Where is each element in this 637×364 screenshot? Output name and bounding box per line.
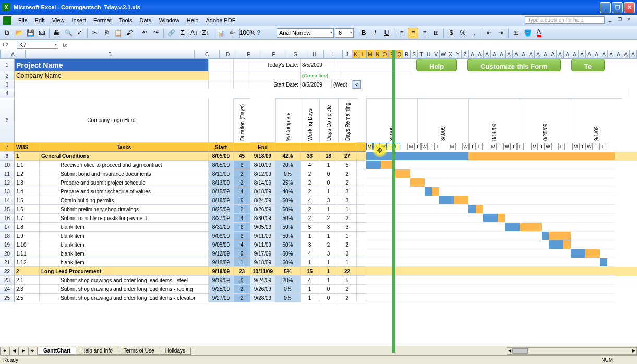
formula-bar[interactable] — [71, 41, 637, 49]
cell-days-remaining[interactable]: 2 — [338, 285, 357, 294]
menu-adobe-pdf[interactable]: Adobe PDF — [202, 16, 239, 25]
day-letter[interactable]: W — [503, 143, 510, 150]
cell-duration[interactable]: 23 — [234, 267, 250, 276]
cell-task[interactable]: blank item — [40, 240, 209, 249]
cell-days-complete[interactable]: 1 — [319, 258, 338, 267]
cell-duration[interactable]: 2 — [234, 178, 250, 187]
cell-days-complete[interactable]: 1 — [319, 276, 338, 285]
cell-pct[interactable]: 25% — [275, 178, 301, 187]
cell-days-complete[interactable]: 1 — [319, 205, 338, 214]
cell-task[interactable]: General Conditions — [40, 152, 209, 161]
col-header-post-18[interactable]: A — [535, 50, 542, 58]
template-button[interactable]: Te — [571, 59, 605, 71]
row-header-12[interactable]: 12 — [0, 178, 15, 187]
day-letter[interactable]: T — [510, 143, 517, 150]
close-button[interactable]: ✕ — [624, 2, 635, 13]
col-header-post-4[interactable]: V — [432, 50, 440, 58]
day-letter[interactable]: T — [414, 143, 421, 150]
cell-pct[interactable]: 20% — [275, 161, 301, 169]
start-date-value[interactable]: 8/5/2009 — [301, 80, 332, 89]
menu-window[interactable]: Window — [155, 16, 183, 25]
col-header-J[interactable]: J — [343, 50, 352, 58]
col-header-O[interactable]: O — [381, 50, 389, 58]
cell-days-remaining[interactable]: 22 — [338, 267, 357, 276]
align-center-icon[interactable]: ≡ — [408, 28, 418, 38]
cell-wbs[interactable]: 1.1 — [15, 161, 40, 169]
col-header-post-15[interactable]: A — [513, 50, 520, 58]
cell-end[interactable]: 8/26/09 — [250, 205, 275, 214]
col-header-post-16[interactable]: A — [520, 50, 527, 58]
cell-days-complete[interactable]: 0 — [319, 294, 338, 302]
cell-wbs[interactable]: 1.6 — [15, 205, 40, 214]
col-header-post-9[interactable]: A — [469, 50, 476, 58]
minimize-button[interactable]: _ — [600, 2, 611, 13]
cell-days-remaining[interactable]: 27 — [338, 152, 357, 161]
row-header-18[interactable]: 18 — [0, 232, 15, 240]
header-pct-complete[interactable]: % Complete — [275, 98, 301, 143]
cell-working-days[interactable]: 4 — [301, 161, 319, 169]
col-header-post-8[interactable]: Z — [462, 50, 469, 58]
cell-days-complete[interactable]: 0 — [319, 178, 338, 187]
day-letter[interactable]: W — [462, 143, 469, 150]
paste-icon[interactable]: 📋 — [113, 28, 123, 38]
cell-wbs[interactable]: 1.5 — [15, 196, 40, 205]
cell-end[interactable]: 8/30/09 — [250, 214, 275, 223]
cell-working-days[interactable]: 2 — [301, 169, 319, 178]
cell-task[interactable]: Submit bond and insurance documents — [40, 169, 209, 178]
cell-start[interactable]: 9/25/09 — [209, 285, 234, 294]
cell-duration[interactable]: 4 — [234, 187, 250, 196]
sheet-tab-holidays[interactable]: Holidays — [160, 347, 191, 355]
col-header-Q[interactable]: Q — [396, 50, 403, 58]
cell-days-remaining[interactable]: 1 — [338, 232, 357, 240]
col-header-post-3[interactable]: U — [425, 50, 432, 58]
cell-end[interactable]: 9/17/09 — [250, 249, 275, 258]
chart-icon[interactable]: 📊 — [215, 28, 226, 38]
project-name-cell[interactable]: Project Name — [15, 59, 209, 71]
cell-task[interactable]: Long Lead Procurement — [40, 267, 209, 276]
cell-start[interactable]: 8/11/09 — [209, 169, 234, 178]
header-end[interactable]: End — [250, 143, 275, 152]
cell-wbs[interactable]: 1.2 — [15, 169, 40, 178]
col-header-post-5[interactable]: W — [440, 50, 447, 58]
cell-start[interactable]: 8/15/09 — [209, 187, 234, 196]
green-line-label[interactable]: (Green line) — [301, 71, 342, 80]
menu-format[interactable]: Format — [90, 16, 115, 25]
day-letter[interactable]: M — [490, 143, 497, 150]
underline-icon[interactable]: U — [381, 28, 392, 38]
cell-wbs[interactable]: 1 — [15, 152, 40, 161]
merge-icon[interactable]: ⊞ — [431, 28, 441, 38]
row-header-16[interactable]: 16 — [0, 214, 15, 223]
start-dow[interactable]: (Wed) — [332, 80, 353, 89]
cell-wbs[interactable]: 1.9 — [15, 232, 40, 240]
cell-end[interactable]: 9/26/09 — [250, 285, 275, 294]
menu-edit[interactable]: Edit — [31, 16, 49, 25]
cell-end[interactable]: 8/12/09 — [250, 169, 275, 178]
cell-task[interactable]: Submit monthly requests for payment — [40, 214, 209, 223]
menu-tools[interactable]: Tools — [115, 16, 136, 25]
cell-wbs[interactable]: 2.1 — [15, 276, 40, 285]
increase-indent-icon[interactable]: ⇥ — [496, 28, 506, 38]
decrease-indent-icon[interactable]: ⇤ — [484, 28, 495, 38]
cell-duration[interactable]: 6 — [234, 249, 250, 258]
sheet-tab-terms-of-use[interactable]: Terms of Use — [118, 347, 160, 355]
tab-first-button[interactable]: ⏮ — [0, 347, 9, 355]
cell-start[interactable]: 8/13/09 — [209, 178, 234, 187]
cell-start[interactable]: 8/27/09 — [209, 214, 234, 223]
row-header-14[interactable]: 14 — [0, 196, 15, 205]
redo-icon[interactable]: ↷ — [151, 28, 161, 38]
percent-icon[interactable]: % — [458, 28, 468, 38]
cell-task[interactable]: Submit shop drawings and order long lead… — [40, 294, 209, 302]
header-working-days[interactable]: Working Days — [301, 98, 319, 143]
cell-end[interactable]: 8/10/09 — [250, 161, 275, 169]
day-letter[interactable]: T — [579, 143, 586, 150]
col-header-post-6[interactable]: X — [447, 50, 454, 58]
col-header-post-20[interactable]: A — [549, 50, 557, 58]
day-letter[interactable]: T — [373, 143, 380, 150]
row-header-11[interactable]: 11 — [0, 169, 15, 178]
cell-days-complete[interactable]: 0 — [319, 169, 338, 178]
bold-icon[interactable]: B — [358, 28, 369, 38]
column-headers[interactable]: ABCDEFGHIJKLMNOPQRSTUVWXYZAAAAAAAAAAAAAA… — [0, 50, 637, 59]
cell-end[interactable]: 8/24/09 — [250, 196, 275, 205]
cell-duration[interactable]: 6 — [234, 161, 250, 169]
col-header-H[interactable]: H — [305, 50, 324, 58]
